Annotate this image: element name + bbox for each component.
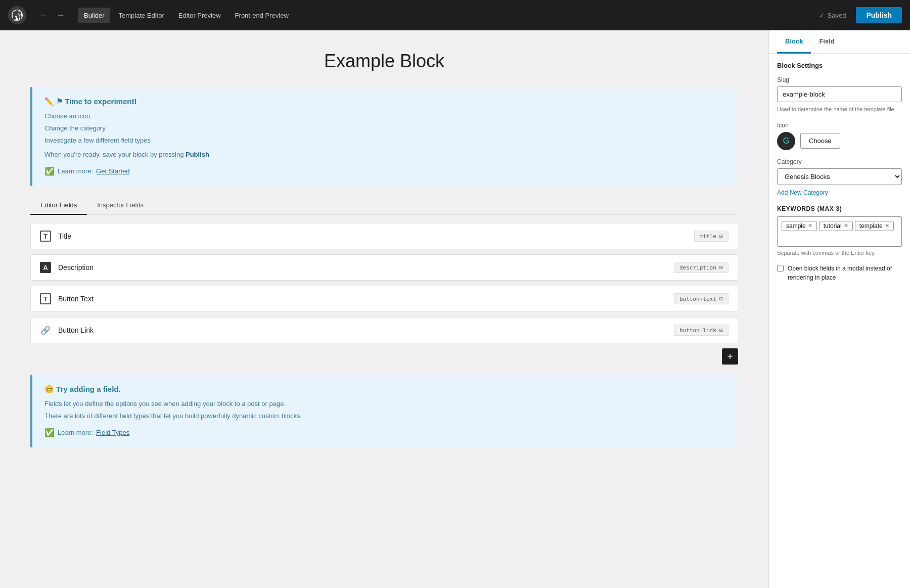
block-settings-title: Block Settings (777, 62, 902, 69)
field-label-description: Description (58, 263, 667, 272)
add-field-row: + (30, 348, 738, 365)
pencil-icon: ✏️ (44, 97, 54, 106)
keywords-box[interactable]: sample ✕ tutorial ✕ template ✕ (777, 216, 902, 247)
keyword-tags: sample ✕ tutorial ✕ template ✕ (782, 221, 897, 231)
field-key-description: description ⊞ (674, 262, 729, 273)
add-field-button[interactable]: + (722, 348, 738, 365)
field-icon-button-text: T (40, 293, 51, 304)
slug-input[interactable] (777, 86, 902, 102)
checkbox-row: Open block fields in a modal instead of … (777, 264, 902, 282)
nav-tabs: Builder Template Editor Editor Preview F… (78, 8, 295, 23)
choose-icon-button[interactable]: Choose (800, 133, 840, 149)
keyword-tag-tutorial: tutorial ✕ (819, 221, 853, 231)
saved-badge: ✓ Saved (819, 12, 846, 19)
field-row-description: A Description description ⊞ (30, 254, 738, 281)
wp-logo (8, 6, 26, 24)
info-box-title: ✏️ ⚑ Time to experiment! (44, 97, 726, 106)
try-box-title: 😊 Try adding a field. (44, 385, 726, 394)
icon-preview: G (777, 132, 795, 150)
field-icon-button-link: 🔗 (40, 326, 51, 335)
try-line-2: There are lots of different field types … (44, 411, 726, 422)
icon-symbol: G (783, 137, 789, 146)
try-line-1: Fields let you define the options you se… (44, 399, 726, 410)
main-layout: Example Block ✏️ ⚑ Time to experiment! C… (0, 30, 910, 588)
info-line-1: Choose an icon (44, 111, 726, 122)
block-title: Example Block (30, 51, 738, 72)
remove-template-tag[interactable]: ✕ (885, 222, 889, 229)
keywords-title: KEYWORDS (MAX 3) (777, 205, 902, 212)
icon-row: G Choose (777, 132, 902, 150)
check-circle-icon: ✅ (44, 166, 55, 176)
info-box: ✏️ ⚑ Time to experiment! Choose an icon … (30, 87, 738, 186)
saved-label: Saved (828, 12, 846, 19)
category-select[interactable]: Genesis Blocks Common Formatting Layout … (777, 168, 902, 185)
add-category-link[interactable]: Add New Category (777, 189, 902, 196)
tab-editor-preview[interactable]: Editor Preview (172, 8, 227, 23)
forward-button[interactable]: → (54, 9, 68, 22)
field-key-button-link: button-link ⊞ (674, 325, 729, 336)
try-learn-more: ✅ Learn more: Field Types (44, 428, 726, 437)
sidebar-body: Block Settings Slug Used to determine th… (769, 54, 910, 588)
reorder-icon[interactable]: ⊞ (719, 233, 723, 240)
field-label-button-link: Button Link (58, 326, 667, 334)
field-icon-title: T (40, 231, 51, 242)
tab-editor-fields[interactable]: Editor Fields (30, 196, 87, 215)
sidebar-tab-block[interactable]: Block (777, 30, 811, 54)
field-row-title: T Title title ⊞ (30, 223, 738, 249)
field-types-link[interactable]: Field Types (96, 429, 129, 436)
modal-checkbox[interactable] (777, 265, 784, 272)
field-row-button-link: 🔗 Button Link button-link ⊞ (30, 317, 738, 343)
center-content: Example Block ✏️ ⚑ Time to experiment! C… (0, 30, 768, 588)
checkbox-label: Open block fields in a modal instead of … (788, 264, 902, 282)
field-key-button-text: button-text ⊞ (674, 293, 729, 304)
sidebar-tab-field[interactable]: Field (811, 30, 842, 54)
reorder-icon-btnlink[interactable]: ⊞ (719, 327, 723, 334)
info-line-3: Investigate a few different field types (44, 135, 726, 146)
remove-sample-tag[interactable]: ✕ (808, 222, 812, 229)
get-started-link[interactable]: Get Started (96, 167, 129, 175)
field-label-button-text: Button Text (58, 295, 667, 303)
try-box: 😊 Try adding a field. Fields let you def… (30, 375, 738, 447)
sidebar-tabs: Block Field (769, 30, 910, 54)
publish-line: When you're ready, save your block by pr… (44, 150, 726, 160)
info-learn-more: ✅ Learn more: Get Started (44, 166, 726, 176)
category-label: Category (777, 158, 902, 165)
wp-logo-icon (12, 10, 23, 21)
fields-tabs: Editor Fields Inspector Fields (30, 196, 738, 215)
top-nav: ← → Builder Template Editor Editor Previ… (0, 0, 910, 30)
tab-builder[interactable]: Builder (78, 8, 110, 23)
keywords-hint: Separate with commas or the Enter key. (777, 250, 902, 256)
back-button[interactable]: ← (36, 9, 51, 22)
publish-keyword: Publish (186, 151, 209, 158)
tab-frontend-preview[interactable]: Front-end Preview (229, 8, 295, 23)
right-sidebar: Block Field Block Settings Slug Used to … (768, 30, 910, 588)
slug-help: Used to determine the name of the templa… (777, 105, 902, 114)
field-label-title: Title (58, 232, 687, 240)
slug-label: Slug (777, 76, 902, 83)
field-row-button-text: T Button Text button-text ⊞ (30, 286, 738, 312)
remove-tutorial-tag[interactable]: ✕ (844, 222, 848, 229)
keyword-tag-template: template ✕ (855, 221, 894, 231)
field-icon-description: A (40, 262, 51, 273)
check-icon: ✓ (819, 12, 825, 19)
keyword-tag-sample: sample ✕ (782, 221, 817, 231)
reorder-icon-desc[interactable]: ⊞ (719, 264, 723, 271)
field-key-title: title ⊞ (694, 231, 729, 242)
tab-inspector-fields[interactable]: Inspector Fields (87, 196, 154, 215)
nav-arrows: ← → (36, 9, 68, 22)
publish-button[interactable]: Publish (856, 7, 902, 23)
reorder-icon-btntext[interactable]: ⊞ (719, 295, 723, 302)
icon-label: Icon (777, 122, 902, 129)
info-line-2: Change the category (44, 123, 726, 134)
check-circle-try-icon: ✅ (44, 428, 55, 437)
tab-template-editor[interactable]: Template Editor (112, 8, 170, 23)
